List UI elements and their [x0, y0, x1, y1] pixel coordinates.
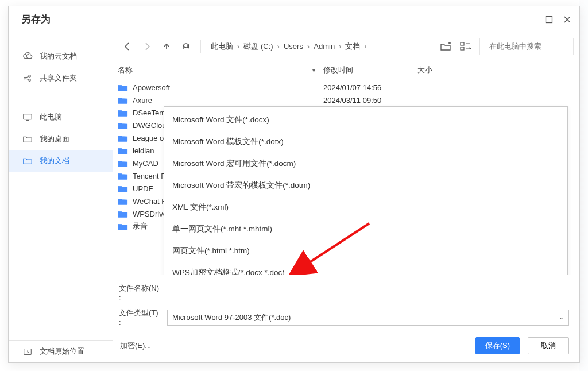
folder-icon: [118, 96, 128, 105]
nav-forward-icon[interactable]: [138, 38, 156, 55]
filetype-value: Microsoft Word 97-2003 文件(*.doc): [172, 312, 291, 323]
save-button[interactable]: 保存(S): [475, 337, 520, 354]
filetype-option[interactable]: Microsoft Word 宏可用文件(*.docm): [164, 153, 567, 175]
filetype-option[interactable]: 网页文件(*.html *.htm): [164, 240, 567, 262]
file-area: Apowersoft2024/01/07 14:56Axure2024/03/1…: [113, 79, 579, 275]
folder-row[interactable]: Apowersoft2024/01/07 14:56: [118, 81, 575, 94]
toolbar: 此电脑›磁盘 (C:)›Users›Admin›文档›: [113, 33, 579, 60]
sidebar-item-this-pc[interactable]: 此电脑: [9, 106, 113, 128]
sidebar-item-cloud-docs[interactable]: 我的云文档: [9, 45, 113, 67]
filetype-option[interactable]: 单一网页文件(*.mht *.mhtml): [164, 218, 567, 240]
sidebar-item-label: 文档原始位置: [40, 346, 84, 357]
sidebar: 我的云文档 共享文件夹 此电脑: [9, 33, 113, 362]
chevron-right-icon: ›: [307, 42, 310, 51]
file-name: WeChat F: [133, 197, 166, 206]
svg-point-3: [29, 79, 31, 82]
restore-icon: [22, 347, 33, 356]
filetype-option[interactable]: WPS加密文档格式(*.docx *.doc): [164, 262, 567, 275]
folder-icon: [118, 146, 128, 155]
sidebar-item-desktop[interactable]: 我的桌面: [9, 128, 113, 150]
file-name: MyCAD: [133, 159, 158, 168]
sidebar-item-original-location[interactable]: 文档原始位置: [9, 341, 113, 362]
sidebar-item-label: 我的文档: [40, 156, 69, 166]
file-name: League of: [133, 134, 166, 142]
filetype-label: 文件类型(T) :: [119, 308, 160, 327]
file-name: 录音: [133, 221, 148, 231]
filetype-option[interactable]: Microsoft Word 带宏的模板文件(*.dotm): [164, 175, 567, 196]
folder-icon: [118, 109, 128, 117]
filetype-option[interactable]: Microsoft Word 模板文件(*.dotx): [164, 131, 567, 153]
file-name: Apowersoft: [133, 83, 170, 92]
view-options-icon[interactable]: [459, 39, 474, 54]
chevron-down-icon: ⌄: [559, 314, 564, 321]
folder-icon: [118, 159, 128, 168]
save-form: 文件名称(N) : 文件类型(T) : Microsoft Word 97-20…: [113, 275, 579, 362]
nav-up-icon[interactable]: [158, 38, 175, 55]
dialog-title: 另存为: [21, 13, 51, 26]
file-date: 2024/01/07 14:56: [323, 83, 417, 92]
sidebar-item-shared-folders[interactable]: 共享文件夹: [9, 67, 113, 89]
sidebar-item-label: 共享文件夹: [40, 73, 77, 83]
close-icon[interactable]: [563, 16, 571, 24]
folder-icon: [118, 172, 128, 180]
svg-rect-7: [461, 47, 464, 50]
column-headers: 名称 ▾ 修改时间 大小: [113, 60, 579, 79]
sort-caret-icon[interactable]: ▾: [312, 67, 315, 74]
new-folder-icon[interactable]: [438, 39, 453, 54]
breadcrumb-item[interactable]: 磁盘 (C:): [242, 39, 274, 54]
sidebar-item-label: 我的云文档: [40, 51, 77, 61]
chevron-right-icon: ›: [363, 42, 367, 51]
folder-row[interactable]: Axure2024/03/11 09:50: [118, 94, 575, 106]
breadcrumb: 此电脑›磁盘 (C:)›Users›Admin›文档›: [207, 39, 436, 54]
folder-icon: [118, 210, 128, 218]
file-name: Axure: [133, 96, 152, 105]
folder-icon: [118, 197, 128, 206]
svg-rect-4: [24, 114, 32, 119]
svg-rect-6: [461, 42, 464, 45]
chevron-right-icon: ›: [338, 42, 342, 51]
sidebar-item-label: 我的桌面: [40, 134, 69, 144]
filetype-dropdown[interactable]: Microsoft Word 文件(*.docx)Microsoft Word …: [164, 106, 568, 275]
cloud-icon: [22, 52, 33, 61]
column-name[interactable]: 名称: [118, 65, 133, 75]
file-name: Tencent F: [133, 172, 165, 180]
main-panel: 此电脑›磁盘 (C:)›Users›Admin›文档›: [113, 33, 579, 362]
folder-icon: [118, 184, 128, 193]
refresh-icon[interactable]: [177, 38, 195, 55]
save-as-dialog: 另存为 我的云文档: [8, 6, 580, 363]
chevron-right-icon: ›: [237, 42, 240, 51]
svg-rect-0: [546, 16, 552, 22]
file-name: leidian: [133, 146, 154, 155]
monitor-icon: [22, 113, 33, 122]
file-date: 2024/03/11 09:50: [323, 96, 417, 105]
filetype-option[interactable]: Microsoft Word 文件(*.docx): [164, 109, 567, 131]
breadcrumb-item[interactable]: Users: [282, 40, 305, 53]
breadcrumb-item[interactable]: 文档: [343, 39, 362, 54]
filetype-select[interactable]: Microsoft Word 97-2003 文件(*.doc) ⌄: [167, 310, 569, 326]
search-box[interactable]: [479, 38, 574, 55]
nav-back-icon[interactable]: [119, 38, 136, 55]
folder-icon: [118, 121, 128, 130]
maximize-icon[interactable]: [545, 16, 553, 24]
folder-icon: [118, 222, 128, 231]
file-name: DSeeTem: [133, 109, 165, 117]
column-size[interactable]: 大小: [417, 65, 432, 74]
filetype-option[interactable]: XML 文件(*.xml): [164, 196, 567, 218]
sidebar-item-label: 此电脑: [40, 112, 62, 122]
breadcrumb-item[interactable]: Admin: [312, 40, 336, 53]
column-date[interactable]: 修改时间: [323, 65, 353, 74]
sidebar-item-documents[interactable]: 我的文档: [9, 150, 113, 172]
file-name: UPDF: [133, 184, 153, 193]
filename-label: 文件名称(N) :: [119, 283, 160, 302]
folder-icon: [118, 134, 128, 142]
cancel-button[interactable]: 取消: [528, 337, 569, 354]
encrypt-link[interactable]: 加密(E)...: [119, 341, 151, 351]
svg-point-1: [24, 77, 26, 79]
titlebar: 另存为: [9, 6, 579, 33]
search-input[interactable]: [488, 41, 587, 51]
folder-outline-icon: [22, 134, 33, 144]
breadcrumb-item[interactable]: 此电脑: [209, 39, 235, 54]
file-name: WPSDrive: [133, 210, 167, 218]
folder-outline-icon: [22, 156, 33, 165]
svg-point-2: [29, 75, 31, 78]
